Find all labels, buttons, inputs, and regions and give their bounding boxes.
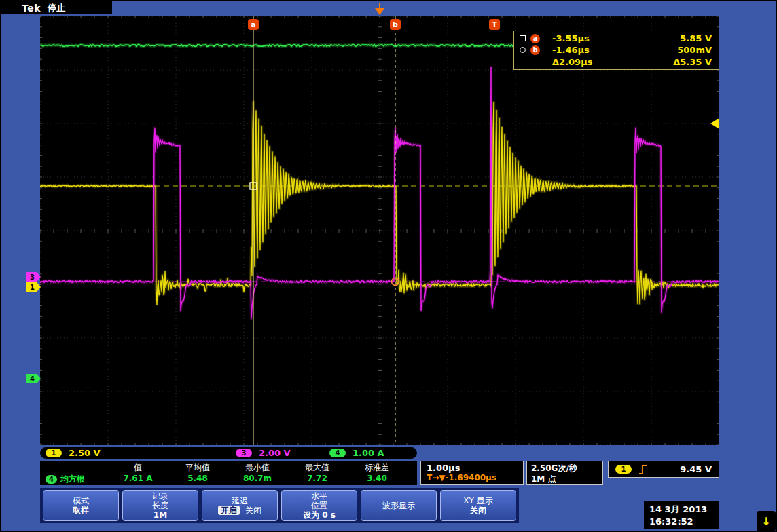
acquisition-info-box: 2.50G次/秒 1M 点 <box>526 461 603 485</box>
cursor-a-marker: a <box>530 34 540 43</box>
oscilloscope-screen: Tek 停止 a b T a -3.55µs 5.85 V b -1.46µs … <box>0 0 777 532</box>
title-bar: Tek 停止 <box>1 1 112 14</box>
horizontal-info-box: 1.00µs T→▼-1.69400µs <box>420 461 524 485</box>
cursor-b-circle-icon <box>520 47 526 53</box>
measurement-values: 7.61 A 5.48 80.7m 7.72 3.40 <box>108 474 407 483</box>
trigger-delay-icon: T→▼ <box>427 473 445 482</box>
trigger-source-badge: 1 <box>615 465 632 474</box>
trigger-delay-value: -1.69400µs <box>445 473 496 482</box>
menu-xy-value: 关闭 <box>470 506 486 515</box>
trigger-time-badge: T <box>489 19 500 30</box>
cursor-b-badge[interactable]: b <box>390 19 401 30</box>
cursor-a-value: 5.85 V <box>626 33 719 43</box>
measurement-channel-badge: 4 <box>46 475 57 484</box>
measurement-name: 均方根 <box>60 474 85 485</box>
cursor-delta-value: Δ5.35 V <box>626 57 719 67</box>
graticule <box>40 16 719 445</box>
delay-on-option[interactable]: 开启 <box>218 506 240 515</box>
date-label: 14 3月 2013 <box>649 504 719 516</box>
channel-3-scale: 2.00 V <box>259 448 291 458</box>
record-points: 1M 点 <box>531 474 598 484</box>
channel-4-position-marker[interactable]: 4 <box>26 374 41 383</box>
meas-max: 7.72 <box>287 474 347 483</box>
cursor-b-time: -1.46µs <box>545 45 626 55</box>
meas-header-min: 最小值 <box>228 462 287 474</box>
trigger-info-box: 1 9.45 V <box>608 461 719 478</box>
meas-header-max: 最大值 <box>287 462 347 474</box>
channel-4-badge[interactable]: 4 <box>329 449 346 457</box>
menu-mode-title: 模式 <box>73 496 89 506</box>
meas-min: 80.7m <box>228 474 287 483</box>
cursor-a-badge[interactable]: a <box>248 19 259 30</box>
cursor-b-value: 500mV <box>626 45 719 55</box>
menu-button-delay[interactable]: 延迟 开启 关闭 <box>202 490 278 521</box>
cursor-b-marker: b <box>530 45 540 55</box>
menu-record-value: 1M <box>153 510 167 520</box>
cursor-a-time: -3.55µs <box>545 33 626 43</box>
measurement-headers: 值 平均值 最小值 最大值 标准差 <box>108 462 407 474</box>
menu-waveform-title: 波形显示 <box>382 501 415 510</box>
menu-hpos-title-2: 位置 <box>311 501 327 510</box>
measurement-source: 4 均方根 <box>46 474 85 485</box>
menu-mode-value: 取样 <box>73 506 89 515</box>
channel-4-scale: 1.00 A <box>353 448 384 458</box>
trigger-delay-readout: T→▼-1.69400µs <box>427 473 518 482</box>
menu-button-horizontal-position[interactable]: 水平 位置 设为 0 s <box>281 490 357 521</box>
cursor-delta-row: Δ2.09µs Δ5.35 V <box>514 56 719 68</box>
sample-rate: 2.50G次/秒 <box>531 463 598 474</box>
menu-hpos-title-1: 水平 <box>311 491 327 501</box>
acquisition-status: 停止 <box>48 2 65 14</box>
brand-logo: Tek <box>22 3 41 14</box>
down-arrow-icon: ↓ <box>761 515 770 528</box>
trigger-position-arrow-icon[interactable] <box>375 8 384 15</box>
menu-page-down-button[interactable]: ↓ <box>757 511 776 531</box>
meas-stddev: 3.40 <box>347 474 407 483</box>
menu-delay-title: 延迟 <box>232 496 248 506</box>
measurement-panel: 值 平均值 最小值 最大值 标准差 4 均方根 7.61 A 5.48 80.7… <box>40 461 417 485</box>
cursor-a-square-icon <box>520 35 526 41</box>
meas-value: 7.61 A <box>108 474 168 483</box>
bottom-menu: 模式 取样 记录 长度 1M 延迟 开启 关闭 水平 位置 设为 0 s 波形显… <box>40 488 519 523</box>
cursor-a-row: a -3.55µs 5.85 V <box>514 33 719 44</box>
cursor-readout-panel: a -3.55µs 5.85 V b -1.46µs 500mV Δ2.09µs… <box>513 31 719 70</box>
meas-mean: 5.48 <box>168 474 228 483</box>
menu-xy-title: XY 显示 <box>463 496 492 506</box>
channel-1-position-marker[interactable]: 1 <box>26 282 41 292</box>
meas-header-stddev: 标准差 <box>347 462 407 474</box>
trigger-level: 9.45 V <box>680 464 712 474</box>
channel-scale-bar: 1 2.50 V 3 2.00 V 4 1.00 A <box>40 447 417 459</box>
horizontal-scale: 1.00µs <box>427 463 518 473</box>
channel-3-position-marker[interactable]: 3 <box>26 272 41 282</box>
menu-button-record-length[interactable]: 记录 长度 1M <box>122 490 198 521</box>
cursor-b-row: b -1.46µs 500mV <box>514 44 719 56</box>
menu-delay-options: 开启 关闭 <box>218 506 261 515</box>
cursor-delta-time: Δ2.09µs <box>545 57 626 67</box>
meas-header-value: 值 <box>108 462 168 474</box>
menu-button-mode[interactable]: 模式 取样 <box>43 490 119 521</box>
rising-edge-icon <box>638 465 647 474</box>
channel-1-scale: 2.50 V <box>69 448 101 458</box>
datetime-box: 14 3月 2013 16:32:52 <box>644 501 719 529</box>
delay-off-option[interactable]: 关闭 <box>245 506 261 515</box>
menu-hpos-value: 设为 0 s <box>303 510 336 520</box>
menu-button-xy-display[interactable]: XY 显示 关闭 <box>440 490 516 521</box>
waveform-display <box>40 16 719 445</box>
menu-button-waveform-display[interactable]: 波形显示 <box>361 490 437 521</box>
menu-record-title-1: 记录 <box>152 491 168 501</box>
meas-header-mean: 平均值 <box>168 462 228 474</box>
channel-3-badge[interactable]: 3 <box>236 449 252 457</box>
menu-record-title-2: 长度 <box>152 501 168 510</box>
time-label: 16:32:52 <box>649 516 719 527</box>
channel-1-badge[interactable]: 1 <box>46 449 62 457</box>
